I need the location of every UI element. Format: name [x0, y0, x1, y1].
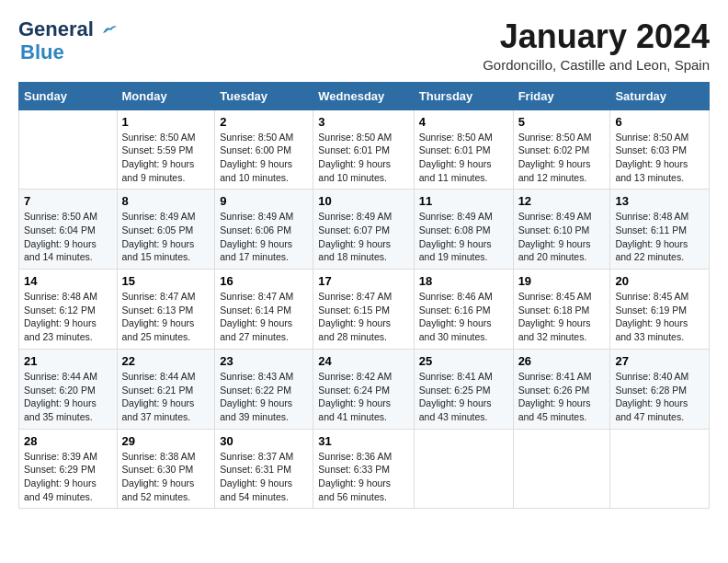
weekday-header-thursday: Thursday: [414, 82, 513, 109]
calendar-cell: 7Sunrise: 8:50 AMSunset: 6:04 PMDaylight…: [19, 190, 118, 270]
day-number: 3: [318, 115, 408, 129]
title-section: January 2024 Gordoncillo, Castille and L…: [483, 18, 710, 73]
calendar-cell: 10Sunrise: 8:49 AMSunset: 6:07 PMDayligh…: [313, 190, 414, 270]
week-row-2: 7Sunrise: 8:50 AMSunset: 6:04 PMDaylight…: [19, 190, 710, 270]
day-number: 2: [220, 115, 308, 129]
logo-line1: General: [18, 17, 94, 40]
calendar-cell: 22Sunrise: 8:44 AMSunset: 6:21 PMDayligh…: [117, 349, 215, 429]
day-number: 6: [615, 115, 704, 129]
day-info: Sunrise: 8:48 AMSunset: 6:12 PMDaylight:…: [24, 290, 112, 344]
calendar-cell: 26Sunrise: 8:41 AMSunset: 6:26 PMDayligh…: [513, 349, 610, 429]
day-info: Sunrise: 8:47 AMSunset: 6:15 PMDaylight:…: [318, 290, 408, 344]
day-number: 11: [419, 194, 508, 208]
calendar-cell: 2Sunrise: 8:50 AMSunset: 6:00 PMDaylight…: [215, 109, 313, 190]
day-number: 24: [318, 354, 408, 368]
day-info: Sunrise: 8:41 AMSunset: 6:26 PMDaylight:…: [518, 370, 606, 424]
location-subtitle: Gordoncillo, Castille and Leon, Spain: [483, 57, 710, 73]
day-info: Sunrise: 8:44 AMSunset: 6:21 PMDaylight:…: [122, 370, 210, 424]
day-number: 4: [419, 115, 508, 129]
day-info: Sunrise: 8:36 AMSunset: 6:33 PMDaylight:…: [318, 450, 408, 504]
calendar-cell: [513, 429, 610, 509]
day-info: Sunrise: 8:49 AMSunset: 6:06 PMDaylight:…: [220, 210, 308, 264]
day-info: Sunrise: 8:50 AMSunset: 6:00 PMDaylight:…: [220, 131, 308, 185]
day-info: Sunrise: 8:50 AMSunset: 5:59 PMDaylight:…: [122, 131, 210, 185]
day-number: 22: [122, 354, 210, 368]
weekday-header-tuesday: Tuesday: [215, 82, 313, 109]
calendar-cell: 24Sunrise: 8:42 AMSunset: 6:24 PMDayligh…: [313, 349, 414, 429]
logo: General Blue: [18, 18, 118, 64]
day-info: Sunrise: 8:38 AMSunset: 6:30 PMDaylight:…: [122, 450, 210, 504]
calendar-cell: 27Sunrise: 8:40 AMSunset: 6:28 PMDayligh…: [610, 349, 710, 429]
day-info: Sunrise: 8:39 AMSunset: 6:29 PMDaylight:…: [24, 450, 112, 504]
day-number: 1: [122, 115, 210, 129]
calendar-cell: 6Sunrise: 8:50 AMSunset: 6:03 PMDaylight…: [610, 109, 710, 190]
calendar-cell: 3Sunrise: 8:50 AMSunset: 6:01 PMDaylight…: [313, 109, 414, 190]
calendar-cell: 29Sunrise: 8:38 AMSunset: 6:30 PMDayligh…: [117, 429, 215, 509]
week-row-5: 28Sunrise: 8:39 AMSunset: 6:29 PMDayligh…: [19, 429, 710, 509]
day-number: 27: [615, 354, 704, 368]
day-info: Sunrise: 8:50 AMSunset: 6:04 PMDaylight:…: [24, 210, 112, 264]
calendar-cell: 31Sunrise: 8:36 AMSunset: 6:33 PMDayligh…: [313, 429, 414, 509]
calendar-cell: [19, 109, 118, 190]
calendar-cell: 28Sunrise: 8:39 AMSunset: 6:29 PMDayligh…: [19, 429, 118, 509]
day-info: Sunrise: 8:48 AMSunset: 6:11 PMDaylight:…: [615, 210, 704, 264]
day-info: Sunrise: 8:37 AMSunset: 6:31 PMDaylight:…: [220, 450, 308, 504]
day-info: Sunrise: 8:43 AMSunset: 6:22 PMDaylight:…: [220, 370, 308, 424]
calendar-cell: 23Sunrise: 8:43 AMSunset: 6:22 PMDayligh…: [215, 349, 313, 429]
calendar-cell: [414, 429, 513, 509]
day-number: 5: [518, 115, 606, 129]
day-number: 14: [24, 274, 112, 288]
day-number: 18: [419, 274, 508, 288]
day-number: 19: [518, 274, 606, 288]
day-info: Sunrise: 8:49 AMSunset: 6:07 PMDaylight:…: [318, 210, 408, 264]
calendar-cell: 16Sunrise: 8:47 AMSunset: 6:14 PMDayligh…: [215, 270, 313, 350]
calendar-cell: 21Sunrise: 8:44 AMSunset: 6:20 PMDayligh…: [19, 349, 118, 429]
calendar-cell: 15Sunrise: 8:47 AMSunset: 6:13 PMDayligh…: [117, 270, 215, 350]
calendar-cell: 8Sunrise: 8:49 AMSunset: 6:05 PMDaylight…: [117, 190, 215, 270]
calendar-cell: 30Sunrise: 8:37 AMSunset: 6:31 PMDayligh…: [215, 429, 313, 509]
calendar-cell: 4Sunrise: 8:50 AMSunset: 6:01 PMDaylight…: [414, 109, 513, 190]
weekday-header-monday: Monday: [117, 82, 215, 109]
day-info: Sunrise: 8:42 AMSunset: 6:24 PMDaylight:…: [318, 370, 408, 424]
logo-line2: Blue: [20, 40, 64, 64]
day-number: 21: [24, 354, 112, 368]
day-info: Sunrise: 8:45 AMSunset: 6:18 PMDaylight:…: [518, 290, 606, 344]
calendar-table: SundayMondayTuesdayWednesdayThursdayFrid…: [18, 82, 710, 510]
calendar-cell: 17Sunrise: 8:47 AMSunset: 6:15 PMDayligh…: [313, 270, 414, 350]
day-info: Sunrise: 8:44 AMSunset: 6:20 PMDaylight:…: [24, 370, 112, 424]
week-row-3: 14Sunrise: 8:48 AMSunset: 6:12 PMDayligh…: [19, 270, 710, 350]
weekday-header-saturday: Saturday: [610, 82, 710, 109]
day-number: 26: [518, 354, 606, 368]
day-number: 25: [419, 354, 508, 368]
week-row-1: 1Sunrise: 8:50 AMSunset: 5:59 PMDaylight…: [19, 109, 710, 190]
day-info: Sunrise: 8:47 AMSunset: 6:13 PMDaylight:…: [122, 290, 210, 344]
day-info: Sunrise: 8:49 AMSunset: 6:05 PMDaylight:…: [122, 210, 210, 264]
day-number: 7: [24, 194, 112, 208]
day-number: 31: [318, 434, 408, 448]
calendar-cell: 9Sunrise: 8:49 AMSunset: 6:06 PMDaylight…: [215, 190, 313, 270]
calendar-cell: 19Sunrise: 8:45 AMSunset: 6:18 PMDayligh…: [513, 270, 610, 350]
calendar-cell: 18Sunrise: 8:46 AMSunset: 6:16 PMDayligh…: [414, 270, 513, 350]
day-number: 13: [615, 194, 704, 208]
day-info: Sunrise: 8:46 AMSunset: 6:16 PMDaylight:…: [419, 290, 508, 344]
calendar-cell: 13Sunrise: 8:48 AMSunset: 6:11 PMDayligh…: [610, 190, 710, 270]
calendar-cell: [610, 429, 710, 509]
day-number: 30: [220, 434, 308, 448]
day-number: 20: [615, 274, 704, 288]
weekday-header-row: SundayMondayTuesdayWednesdayThursdayFrid…: [19, 82, 710, 109]
day-number: 8: [122, 194, 210, 208]
page-header: General Blue January 2024 Gordoncillo, C…: [18, 18, 710, 73]
month-title: January 2024: [483, 18, 710, 55]
day-info: Sunrise: 8:50 AMSunset: 6:01 PMDaylight:…: [318, 131, 408, 185]
calendar-cell: 11Sunrise: 8:49 AMSunset: 6:08 PMDayligh…: [414, 190, 513, 270]
day-number: 28: [24, 434, 112, 448]
day-number: 16: [220, 274, 308, 288]
calendar-cell: 12Sunrise: 8:49 AMSunset: 6:10 PMDayligh…: [513, 190, 610, 270]
day-info: Sunrise: 8:50 AMSunset: 6:02 PMDaylight:…: [518, 131, 606, 185]
logo-bird-icon: [101, 24, 118, 37]
day-number: 9: [220, 194, 308, 208]
day-number: 29: [122, 434, 210, 448]
day-info: Sunrise: 8:47 AMSunset: 6:14 PMDaylight:…: [220, 290, 308, 344]
day-info: Sunrise: 8:41 AMSunset: 6:25 PMDaylight:…: [419, 370, 508, 424]
logo-text: General: [18, 18, 118, 40]
